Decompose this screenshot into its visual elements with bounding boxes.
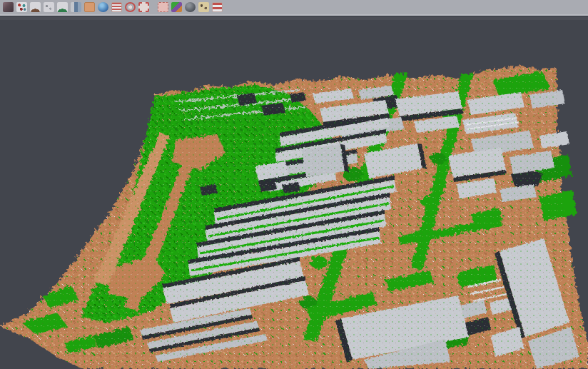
profile-icon[interactable] [71, 2, 81, 12]
view3d-icon[interactable] [3, 2, 14, 12]
ortho-image-icon[interactable] [84, 2, 95, 12]
point-cloud-render [0, 20, 588, 369]
red-list-icon[interactable] [111, 2, 122, 12]
dark-sphere-icon[interactable] [185, 2, 196, 12]
sparse-points-icon[interactable] [44, 2, 54, 12]
toolbar [0, 0, 588, 16]
flag-icon[interactable] [212, 2, 223, 12]
point-cloud-icon[interactable] [16, 2, 27, 12]
texture-icon[interactable] [198, 2, 209, 12]
toolbar-group-separator [151, 2, 156, 12]
application-window: { "window": { "kind": "3d-point-cloud-vi… [0, 0, 588, 369]
select-region-icon[interactable] [158, 2, 168, 12]
3d-viewport[interactable] [0, 20, 588, 369]
target-icon[interactable] [125, 2, 136, 12]
terrain-brown-icon[interactable] [30, 2, 41, 12]
globe-icon[interactable] [98, 2, 108, 12]
extent-icon[interactable] [138, 2, 149, 12]
terrain-green-icon[interactable] [57, 2, 68, 12]
classification-icon[interactable] [171, 2, 182, 12]
